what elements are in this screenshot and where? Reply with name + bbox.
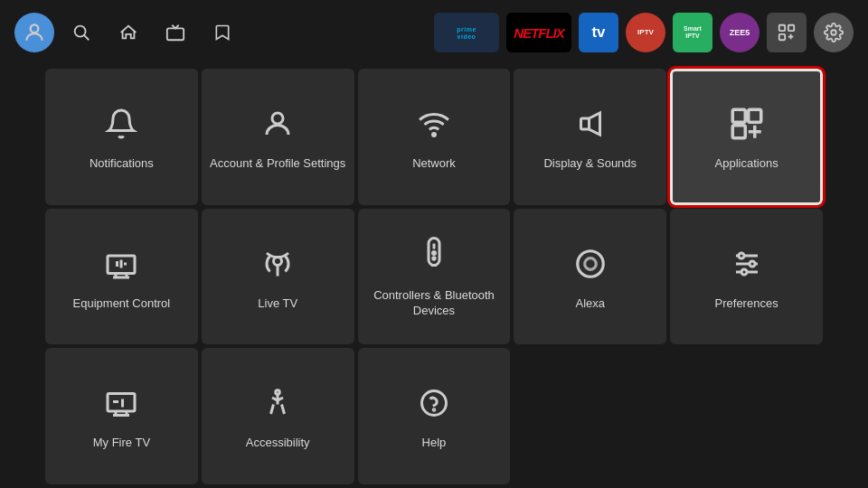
remote-icon: [412, 234, 456, 277]
bell-icon: [99, 102, 143, 145]
zee5-app[interactable]: ZEE5: [720, 13, 760, 52]
svg-rect-6: [779, 34, 785, 40]
svg-rect-16: [732, 126, 745, 138]
sliders-icon: [725, 242, 769, 286]
svg-point-48: [276, 390, 280, 395]
speaker-icon: [569, 102, 612, 145]
svg-point-9: [831, 30, 836, 35]
alexa-icon: [569, 242, 612, 286]
bookmark-icon[interactable]: [203, 13, 242, 52]
alexa-label: Alexa: [576, 296, 606, 312]
svg-line-2: [84, 35, 89, 40]
grid-item-display-sounds[interactable]: Display & Sounds: [514, 69, 666, 205]
controllers-label: Controllers & Bluetooth Devices: [358, 288, 511, 319]
prime-video-app[interactable]: prime video: [434, 13, 499, 52]
svg-point-34: [584, 258, 596, 269]
grid-item-alexa[interactable]: Alexa: [514, 209, 666, 345]
display-sounds-label: Display & Sounds: [543, 156, 637, 172]
svg-point-38: [739, 253, 744, 258]
accessibility-label: Accessibility: [246, 436, 310, 451]
avatar[interactable]: [14, 13, 54, 52]
top-nav: prime video NETFLIX tv IPTV SmartIPTV ZE…: [0, 0, 868, 65]
svg-point-1: [75, 26, 86, 37]
svg-rect-3: [167, 28, 184, 40]
grid-item-livetv[interactable]: Live TV: [202, 209, 354, 345]
svg-point-30: [432, 252, 435, 255]
grid-item-equipment[interactable]: Equipment Control: [45, 209, 198, 345]
search-icon[interactable]: [61, 13, 101, 52]
grid-item-help[interactable]: Help: [358, 348, 511, 484]
equipment-label: Equipment Control: [73, 296, 171, 312]
iptv-app[interactable]: IPTV: [626, 13, 665, 52]
svg-marker-13: [589, 113, 599, 135]
settings-nav-button[interactable]: [814, 13, 854, 52]
svg-rect-5: [788, 25, 794, 31]
svg-point-10: [272, 113, 283, 124]
apps-icon: [725, 102, 769, 145]
network-label: Network: [412, 156, 456, 172]
tv-icon[interactable]: [156, 13, 195, 52]
grid-item-notifications[interactable]: Notifications: [45, 69, 198, 205]
wifi-icon: [412, 102, 456, 145]
grid-item-myfiretv[interactable]: My Fire TV: [45, 348, 198, 484]
svg-point-0: [31, 24, 39, 33]
svg-point-51: [433, 409, 435, 411]
smart-iptv-app[interactable]: SmartIPTV: [673, 13, 712, 52]
svg-point-40: [741, 269, 747, 275]
home-icon[interactable]: [108, 13, 148, 52]
tv-icon: [99, 242, 143, 286]
svg-point-39: [750, 261, 755, 267]
apps-grid-button[interactable]: [767, 13, 807, 52]
livetv-label: Live TV: [258, 296, 297, 312]
myfiretv-label: My Fire TV: [93, 436, 150, 451]
grid-item-applications[interactable]: Applications: [670, 69, 823, 205]
grid-item-accessibility[interactable]: Accessibility: [202, 348, 354, 484]
grid-item-network[interactable]: Network: [358, 69, 511, 205]
notifications-label: Notifications: [90, 156, 154, 172]
account-label: Account & Profile Settings: [210, 156, 345, 172]
antenna-icon: [256, 242, 299, 286]
tv-app[interactable]: tv: [579, 13, 618, 52]
grid-item-controllers[interactable]: Controllers & Bluetooth Devices: [358, 209, 511, 345]
monitor-icon: [99, 381, 143, 425]
svg-rect-4: [779, 25, 785, 31]
grid-item-account[interactable]: Account & Profile Settings: [202, 69, 354, 205]
help-label: Help: [422, 436, 447, 451]
empty-cell-2: [670, 348, 823, 484]
netflix-app[interactable]: NETFLIX: [506, 13, 571, 52]
empty-cell-1: [514, 348, 666, 484]
person-icon: [256, 102, 299, 145]
svg-point-33: [578, 250, 604, 277]
grid-item-preferences[interactable]: Preferences: [670, 209, 823, 345]
svg-rect-15: [748, 109, 760, 122]
svg-point-11: [432, 133, 435, 136]
question-icon: [412, 381, 456, 425]
preferences-label: Preferences: [715, 296, 778, 312]
settings-grid: Notifications Account & Profile Settings…: [0, 65, 868, 488]
svg-point-31: [433, 258, 435, 259]
applications-label: Applications: [715, 156, 778, 172]
accessibility-icon: [256, 381, 299, 425]
svg-rect-14: [732, 109, 745, 122]
